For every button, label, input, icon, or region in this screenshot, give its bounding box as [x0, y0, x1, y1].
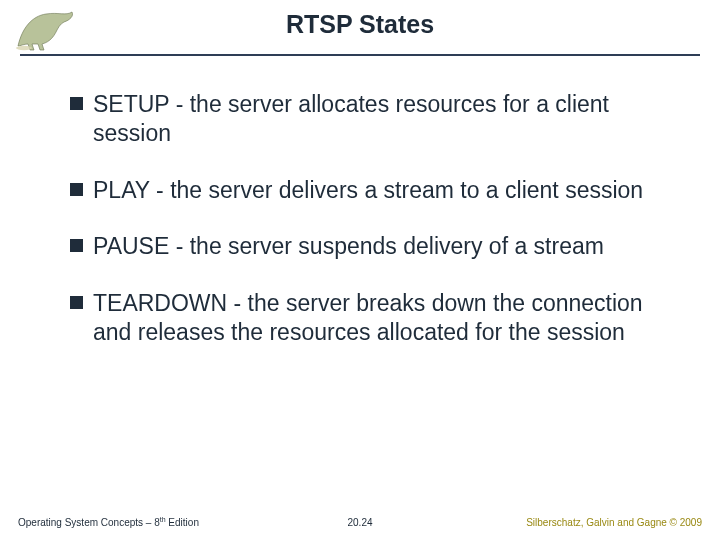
footer-right: Silberschatz, Galvin and Gagne © 2009	[526, 517, 702, 528]
title-area: RTSP States	[0, 10, 720, 39]
bullet-text: SETUP - the server allocates resources f…	[93, 90, 680, 148]
bullet-text: PLAY - the server delivers a stream to a…	[93, 176, 643, 205]
square-bullet-icon	[70, 296, 83, 309]
content-area: SETUP - the server allocates resources f…	[70, 90, 680, 375]
slide: RTSP States SETUP - the server allocates…	[0, 0, 720, 540]
bullet-item: PAUSE - the server suspends delivery of …	[70, 232, 680, 261]
square-bullet-icon	[70, 239, 83, 252]
bullet-item: PLAY - the server delivers a stream to a…	[70, 176, 680, 205]
bullet-text: PAUSE - the server suspends delivery of …	[93, 232, 604, 261]
slide-title: RTSP States	[286, 10, 434, 39]
bullet-item: TEARDOWN - the server breaks down the co…	[70, 289, 680, 347]
svg-point-0	[16, 46, 32, 50]
title-underline	[20, 54, 700, 56]
bullet-item: SETUP - the server allocates resources f…	[70, 90, 680, 148]
footer: Operating System Concepts – 8th Edition …	[0, 508, 720, 528]
bullet-text: TEARDOWN - the server breaks down the co…	[93, 289, 680, 347]
square-bullet-icon	[70, 97, 83, 110]
square-bullet-icon	[70, 183, 83, 196]
